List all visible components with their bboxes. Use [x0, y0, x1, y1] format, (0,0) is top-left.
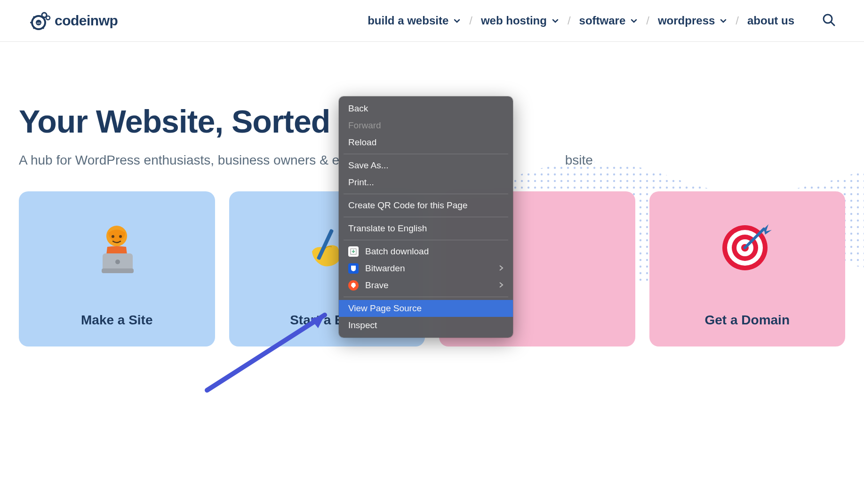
nav-separator: / — [469, 14, 472, 27]
menu-item-batch-download[interactable]: Batch download — [339, 243, 513, 260]
nav-item-web-hosting[interactable]: web hosting — [481, 14, 559, 27]
menu-item-back[interactable]: Back — [339, 100, 513, 117]
svg-text:</>: </> — [37, 22, 41, 24]
chevron-down-icon — [453, 14, 461, 27]
chevron-down-icon — [630, 14, 638, 27]
batch-download-icon — [348, 246, 359, 257]
svg-point-9 — [112, 235, 114, 238]
svg-point-4 — [46, 16, 50, 20]
chevron-down-icon — [720, 14, 727, 27]
menu-item-bitwarden[interactable]: Bitwarden — [339, 260, 513, 277]
nav-item-about-us[interactable]: about us — [747, 14, 794, 27]
menu-item-inspect[interactable]: Inspect — [339, 317, 513, 334]
menu-separator — [344, 217, 508, 217]
person-laptop-icon — [88, 220, 145, 276]
search-icon — [822, 13, 836, 27]
card-get-domain[interactable]: Get a Domain — [649, 191, 846, 346]
svg-rect-12 — [102, 268, 134, 273]
logo-icon: </> — [28, 9, 51, 32]
chevron-right-icon — [499, 263, 504, 274]
card-title: Get a Domain — [705, 313, 790, 328]
brave-icon — [348, 280, 359, 291]
nav-label: wordpress — [658, 14, 715, 27]
menu-separator — [344, 194, 508, 194]
menu-separator — [344, 240, 508, 240]
logo-text: codeinwp — [55, 13, 118, 29]
logo[interactable]: </> codeinwp — [28, 9, 118, 32]
nav-separator: / — [646, 14, 649, 27]
context-menu: Back Forward Reload Save As... Print... … — [339, 96, 513, 338]
menu-item-print[interactable]: Print... — [339, 174, 513, 191]
svg-line-6 — [831, 22, 834, 25]
menu-item-create-qr[interactable]: Create QR Code for this Page — [339, 197, 513, 214]
menu-separator — [344, 297, 508, 297]
target-dart-icon — [719, 220, 776, 276]
nav-label: about us — [747, 14, 794, 27]
site-header: </> codeinwp build a website / web hosti… — [0, 0, 864, 42]
menu-item-translate[interactable]: Translate to English — [339, 220, 513, 237]
nav-label: software — [579, 14, 626, 27]
svg-point-13 — [115, 260, 120, 264]
svg-point-10 — [119, 235, 122, 238]
nav-separator: / — [568, 14, 571, 27]
menu-item-reload[interactable]: Reload — [339, 134, 513, 151]
menu-item-save-as[interactable]: Save As... — [339, 157, 513, 174]
bitwarden-icon — [348, 263, 359, 274]
hidden-icon — [509, 220, 565, 276]
search-button[interactable] — [822, 13, 836, 29]
card-make-site[interactable]: Make a Site — [19, 191, 215, 346]
main-nav: build a website / web hosting / software… — [368, 13, 836, 29]
nav-item-build-website[interactable]: build a website — [368, 14, 461, 27]
nav-label: web hosting — [481, 14, 547, 27]
nav-separator: / — [736, 14, 739, 27]
chevron-right-icon — [499, 280, 504, 291]
nav-item-wordpress[interactable]: wordpress — [658, 14, 727, 27]
chevron-down-icon — [552, 14, 559, 27]
nav-item-software[interactable]: software — [579, 14, 638, 27]
card-title: Make a Site — [81, 313, 153, 328]
nav-label: build a website — [368, 14, 448, 27]
menu-item-brave[interactable]: Brave — [339, 277, 513, 294]
menu-item-forward: Forward — [339, 117, 513, 134]
menu-separator — [344, 154, 508, 154]
menu-item-view-page-source[interactable]: View Page Source — [339, 300, 513, 317]
